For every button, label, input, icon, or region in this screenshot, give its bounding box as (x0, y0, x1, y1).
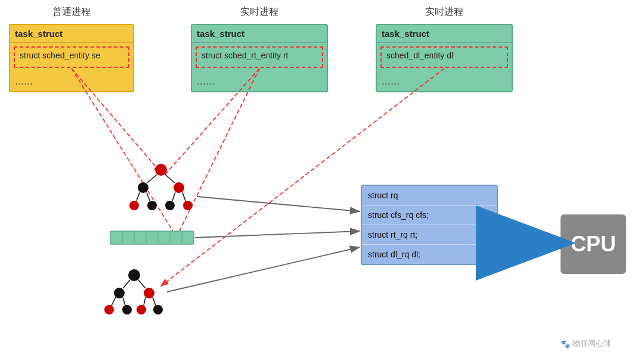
svg-point-32 (144, 288, 154, 298)
label-realtime-process2: 实时进程 (376, 6, 513, 18)
label-realtime-process1: 实时进程 (191, 6, 328, 18)
svg-point-15 (165, 201, 175, 210)
svg-point-37 (137, 305, 146, 314)
svg-line-42 (153, 297, 156, 306)
svg-point-16 (183, 201, 193, 210)
svg-line-41 (144, 297, 145, 306)
svg-line-43 (167, 247, 360, 292)
svg-line-21 (197, 197, 360, 211)
svg-line-40 (123, 297, 125, 306)
rq-row-2: struct rt_rq rt; (362, 225, 497, 245)
svg-point-31 (114, 288, 125, 298)
svg-point-13 (129, 201, 139, 210)
svg-point-10 (174, 182, 184, 193)
ordinary-process-box: task_struct struct sched_entity se .....… (9, 24, 134, 92)
ordinary-task-struct-title: task_struct (10, 25, 133, 43)
diagram-container: 普通进程 实时进程 实时进程 task_struct struct sched_… (0, 0, 644, 355)
svg-rect-22 (110, 231, 194, 244)
svg-line-12 (165, 175, 175, 183)
svg-line-11 (147, 175, 157, 183)
cpu-label: CPU (571, 232, 616, 257)
rq-row-0: struct rq (362, 186, 497, 205)
svg-line-19 (172, 192, 175, 201)
svg-point-8 (155, 164, 167, 176)
svg-line-34 (138, 280, 145, 288)
svg-line-33 (123, 280, 130, 288)
rt1-dots: ...... (192, 71, 327, 91)
svg-point-36 (122, 305, 132, 314)
label-ordinary-process: 普通进程 (9, 6, 134, 18)
rq-row-1: struct cfs_rq cfs; (362, 205, 497, 225)
watermark-icon: 🐾 (561, 340, 570, 348)
svg-line-17 (137, 192, 140, 201)
rq-box: struct rq struct cfs_rq cfs; struct rt_r… (361, 185, 498, 265)
rt-process-box-2: task_struct sched_dl_entity dl ...... (376, 24, 513, 92)
watermark-text: 物联网心球 (572, 338, 611, 349)
rt-process-box-1: task_struct struct sched_rt_entity rt ..… (191, 24, 328, 92)
svg-point-30 (128, 269, 140, 281)
watermark: 🐾 物联网心球 (561, 338, 611, 349)
rt1-sched-entity: struct sched_rt_entity rt (196, 46, 323, 68)
svg-point-14 (147, 201, 157, 210)
svg-line-4 (176, 68, 259, 238)
svg-line-29 (195, 231, 360, 238)
svg-point-38 (153, 305, 163, 314)
ordinary-sched-entity: struct sched_entity se (14, 46, 129, 68)
svg-line-6 (72, 68, 176, 236)
cpu-box: CPU (561, 214, 626, 274)
rt2-task-struct-title: task_struct (377, 25, 512, 43)
svg-line-18 (147, 192, 150, 201)
svg-point-9 (138, 182, 148, 193)
svg-line-39 (112, 297, 116, 306)
ordinary-dots: ...... (10, 71, 133, 91)
rq-row-3: struct dl_rq dl; (362, 245, 497, 264)
svg-point-35 (104, 305, 114, 314)
rt2-sched-entity: sched_dl_entity dl (380, 46, 508, 68)
svg-line-20 (182, 192, 185, 201)
rt2-dots: ...... (377, 71, 512, 91)
rt1-task-struct-title: task_struct (192, 25, 327, 43)
